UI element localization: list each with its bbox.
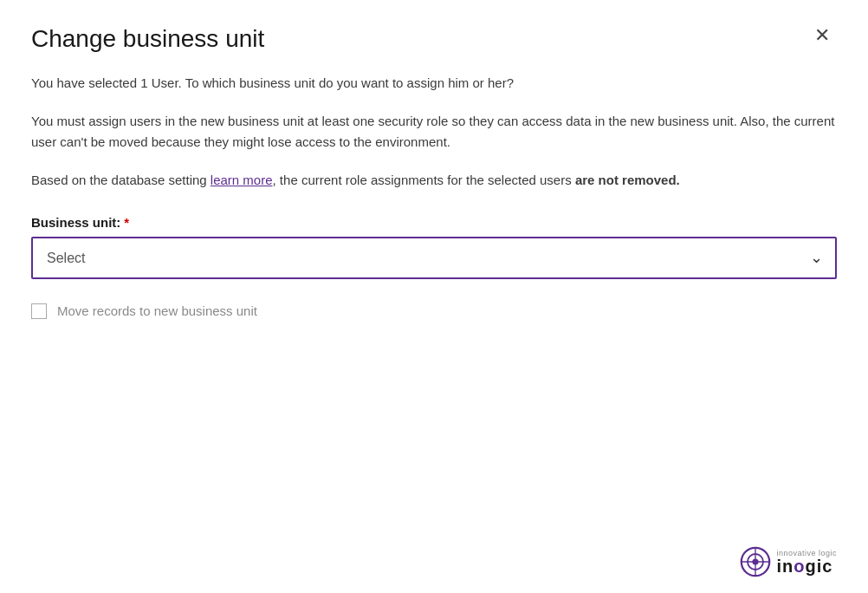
info-suffix: , the current role assignments for the s… [273,173,575,187]
business-unit-select[interactable]: Select [31,237,837,279]
modal-title: Change business unit [31,24,264,54]
required-star: * [124,215,129,230]
move-records-label: Move records to new business unit [57,303,257,318]
logo-text: innovative logic inogic [776,549,837,575]
modal-overlay: Change business unit ✕ You have selected… [0,0,868,593]
modal-body: You have selected 1 User. To which busin… [31,73,837,565]
inogic-logo-icon [740,546,771,577]
move-records-checkbox[interactable] [31,303,47,319]
footer-logo: innovative logic inogic [740,546,837,577]
modal-header: Change business unit ✕ [31,24,837,54]
move-records-row: Move records to new business unit [31,303,837,319]
change-business-unit-modal: Change business unit ✕ You have selected… [0,0,868,593]
logo-suffix: gic [805,557,832,576]
info-bold: are not removed. [575,173,680,187]
warning-text: You must assign users in the new busines… [31,111,837,153]
logo-prefix: in [776,557,794,576]
business-unit-select-wrapper: Select ⌄ [31,237,837,279]
logo-highlight: o [794,557,805,576]
info-prefix: Based on the database setting [31,173,211,187]
learn-more-link[interactable]: learn more [211,173,273,187]
business-unit-field-label: Business unit: * [31,215,837,230]
info-text: Based on the database setting learn more… [31,170,837,191]
logo-brand: inogic [776,557,832,575]
description-text-1: You have selected 1 User. To which busin… [31,73,837,94]
close-button[interactable]: ✕ [807,23,837,49]
